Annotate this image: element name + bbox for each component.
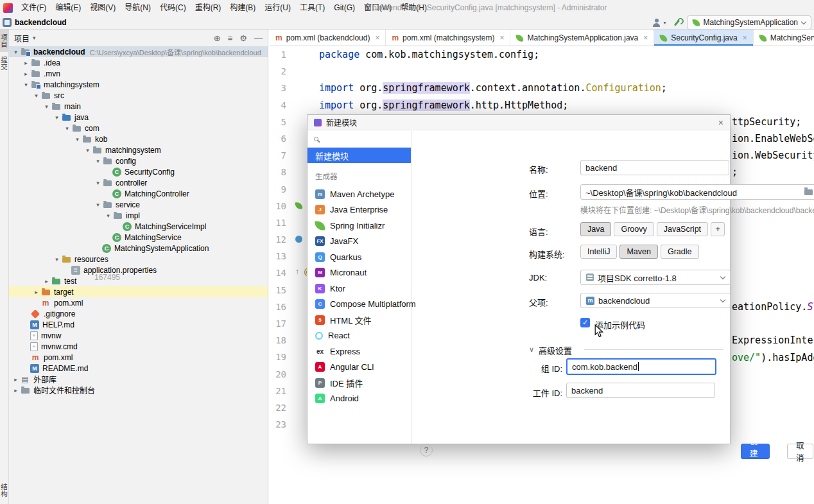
tree-row[interactable]: ▸test: [9, 275, 268, 286]
build-system-option-maven[interactable]: Maven: [619, 245, 658, 259]
settings-icon[interactable]: ⚙: [239, 33, 247, 43]
tree-row[interactable]: ▸临时文件和控制台: [9, 385, 268, 395]
menu-item[interactable]: 文件(F): [17, 0, 51, 15]
generator-item[interactable]: AAngular CLI: [307, 360, 411, 376]
editor-tab[interactable]: MatchingSystemApplication.java×: [510, 30, 654, 46]
tree-row[interactable]: ▾src: [9, 90, 268, 101]
tree-row[interactable]: ▾config: [9, 155, 268, 166]
close-icon[interactable]: ×: [718, 117, 723, 128]
jdk-select[interactable]: 项目SDK corretto-1.8: [580, 270, 731, 285]
stripe-tab[interactable]: 提交: [0, 52, 9, 74]
cancel-button[interactable]: 取消: [787, 444, 813, 459]
tree-row[interactable]: CMatchingServiceImpl: [9, 221, 268, 232]
tree-arrow-closed-icon[interactable]: ▸: [22, 71, 30, 77]
menu-item[interactable]: 代码(C): [155, 0, 191, 15]
tree-row[interactable]: CMatchingSystemApplication: [9, 243, 268, 254]
generator-item[interactable]: QQuarkus: [307, 249, 411, 265]
tree-row[interactable]: ≡mvnw.cmd: [9, 341, 268, 352]
tree-row[interactable]: ▾matchingsystem: [9, 79, 268, 90]
tree-arrow-open-icon[interactable]: ▾: [94, 158, 102, 164]
create-button[interactable]: 创建(C): [741, 444, 770, 459]
tree-arrow-open-icon[interactable]: ▾: [104, 213, 112, 219]
nav-item-new-module[interactable]: 新建模块: [307, 148, 411, 163]
tree-row[interactable]: MREADME.md: [9, 363, 268, 374]
tree-row[interactable]: mpom.xml: [9, 297, 268, 308]
generator-item[interactable]: JJava Enterprise: [307, 202, 411, 218]
user-caret-icon[interactable]: ▾: [664, 20, 666, 26]
hide-icon[interactable]: —: [254, 33, 263, 43]
generator-item[interactable]: 5HTML 文件: [307, 312, 411, 328]
menu-item[interactable]: 运行(U): [260, 0, 295, 15]
tree-arrow-closed-icon[interactable]: ▸: [12, 387, 20, 394]
dialog-title-bar[interactable]: 新建模块 ×: [307, 115, 730, 130]
close-icon[interactable]: ×: [375, 33, 379, 42]
build-system-option-intellij[interactable]: IntelliJ: [580, 245, 617, 259]
wrench-icon[interactable]: [672, 18, 681, 27]
parent-select[interactable]: m backendcloud: [580, 293, 731, 308]
tree-row[interactable]: ▾main: [9, 101, 268, 112]
tree-arrow-open-icon[interactable]: ▾: [22, 82, 30, 88]
collapse-all-icon[interactable]: ≡: [228, 33, 233, 43]
menu-item[interactable]: 视图(V): [85, 0, 120, 15]
generator-item[interactable]: Spring Initializr: [307, 218, 411, 234]
tree-row[interactable]: ▾controller: [9, 177, 268, 188]
menu-item[interactable]: 工具(T): [295, 0, 329, 15]
tree-arrow-open-icon[interactable]: ▾: [94, 202, 102, 208]
tree-arrow-open-icon[interactable]: ▾: [53, 256, 61, 263]
menu-item[interactable]: Git(G): [329, 0, 359, 15]
generator-item[interactable]: FXJavaFX: [307, 234, 411, 250]
tree-arrow-open-icon[interactable]: ▾: [42, 103, 51, 110]
tree-row[interactable]: CMatchingController: [9, 188, 268, 199]
advanced-settings-label[interactable]: 高级设置: [539, 344, 572, 356]
generator-item[interactable]: KKtor: [307, 281, 411, 297]
project-view-caret-icon[interactable]: ▾: [33, 35, 36, 41]
tree-arrow-open-icon[interactable]: ▾: [63, 125, 71, 132]
run-configuration-select[interactable]: MatchingSystemApplication: [687, 15, 811, 30]
tree-arrow-open-icon[interactable]: ▾: [53, 114, 61, 121]
editor-tab[interactable]: MatchingService.java×: [754, 30, 814, 46]
tree-row[interactable]: ▾resources: [9, 254, 268, 265]
add-language-button[interactable]: +: [711, 222, 725, 236]
tree-row[interactable]: ▾java: [9, 112, 268, 123]
generator-item[interactable]: AAndroid: [307, 391, 411, 407]
module-search-input[interactable]: [307, 131, 411, 148]
override-arrow-icon[interactable]: ↑: [295, 267, 299, 276]
menu-item[interactable]: 重构(R): [191, 0, 226, 15]
artifact-id-field[interactable]: backend: [566, 383, 715, 398]
tree-row[interactable]: ≡application.properties: [9, 265, 268, 275]
tree-row[interactable]: ≡mvnw: [9, 330, 268, 341]
tree-arrow-closed-icon[interactable]: ▸: [22, 60, 30, 66]
close-icon[interactable]: ×: [643, 33, 648, 42]
stripe-tab[interactable]: 项目: [0, 30, 9, 52]
advanced-chevron-icon[interactable]: ∨: [529, 345, 534, 354]
generator-item[interactable]: PIDE 插件: [307, 375, 411, 391]
location-field[interactable]: ~\Desktop\备课\spring\kob\backendcloud: [580, 184, 814, 200]
generator-item[interactable]: exExpress: [307, 343, 411, 360]
tree-row[interactable]: ▸target: [9, 286, 268, 297]
editor-tab[interactable]: mpom.xml (matchingsystem)×: [386, 30, 510, 46]
toolbar-project-name[interactable]: backendcloud: [15, 18, 67, 27]
tree-row[interactable]: mpom.xml: [9, 352, 268, 363]
browse-folder-icon[interactable]: [804, 189, 813, 195]
project-panel-title[interactable]: 项目: [14, 33, 30, 44]
generator-item[interactable]: mMaven Archetype: [307, 186, 411, 202]
spring-bean-icon[interactable]: [295, 202, 302, 209]
build-system-option-gradle[interactable]: Gradle: [661, 245, 699, 259]
tree-arrow-open-icon[interactable]: ▾: [83, 147, 92, 153]
tree-row[interactable]: ▾service: [9, 199, 268, 210]
language-option-javascript[interactable]: JavaScript: [657, 222, 708, 236]
locate-icon[interactable]: ⊕: [214, 33, 221, 43]
menu-item[interactable]: 编辑(E): [51, 0, 85, 15]
tree-row[interactable]: CSecurityConfig: [9, 166, 268, 177]
generator-item[interactable]: React: [307, 328, 411, 344]
stripe-tab[interactable]: 结构: [0, 479, 9, 501]
tree-row[interactable]: ▸.idea: [9, 57, 268, 68]
editor-tab[interactable]: mpom.xml (backendcloud)×: [270, 30, 386, 46]
tree-row[interactable]: MHELP.md: [9, 319, 268, 330]
language-option-groovy[interactable]: Groovy: [614, 222, 654, 236]
tree-arrow-open-icon[interactable]: ▾: [73, 136, 82, 143]
tree-arrow-open-icon[interactable]: ▾: [32, 92, 40, 99]
tree-arrow-open-icon[interactable]: ▾: [12, 49, 20, 55]
tree-row[interactable]: ▾impl: [9, 210, 268, 221]
help-button[interactable]: ?: [420, 444, 433, 456]
